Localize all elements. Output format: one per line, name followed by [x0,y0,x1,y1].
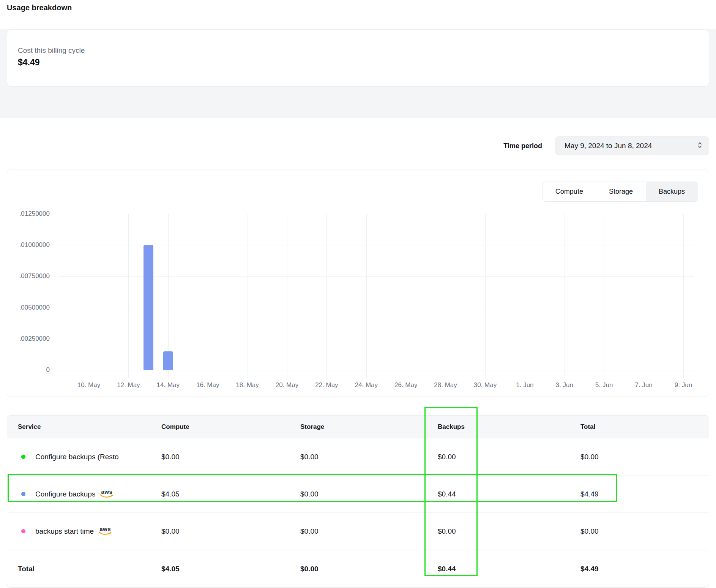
time-period-select[interactable]: May 9, 2024 to Jun 8, 2024 [555,136,709,155]
x-tick-label: 24. May [349,381,383,389]
cell-total: $0.00 [580,453,709,461]
time-period-value: May 9, 2024 to Jun 8, 2024 [565,142,652,150]
x-tick-label: 3. Jun [547,381,582,389]
aws-logo: aws [98,526,112,536]
v-gridline [446,214,446,378]
table-row: Configure backups (Resto $0.00 $0.00 $0.… [7,438,709,476]
x-tick-label: 28. May [429,381,463,389]
column-header-service: Service [7,423,161,431]
table-header-row: Service Compute Storage Backups Total [7,416,709,438]
service-name: Configure backups (Resto [35,453,119,461]
v-gridline [208,214,208,378]
cell-total: $4.49 [580,490,709,498]
y-tick-label: 0 [14,366,50,374]
x-tick-label: 14. May [151,381,185,389]
x-tick-label: 20. May [270,381,304,389]
y-tick-label: .00750000 [14,272,50,280]
cell-storage: $0.00 [300,527,438,536]
chart-tabs: Compute Storage Backups [542,182,698,202]
v-gridline [525,214,525,378]
page-title: Usage breakdown [0,0,716,13]
x-tick-label: 16. May [191,381,225,389]
cell-compute: $0.00 [161,453,300,461]
usage-chart-card: Compute Storage Backups 0.00250000.00500… [7,169,709,397]
cell-compute: $4.05 [161,490,300,498]
y-tick-label: .01250000 [14,210,50,218]
v-gridline [406,214,406,378]
x-tick-label: 5. Jun [587,381,621,389]
cost-value: $4.49 [18,56,698,68]
tab-backups[interactable]: Backups [646,182,698,201]
x-tick-label: 7. Jun [627,381,661,389]
y-tick-label: .00250000 [14,335,50,343]
v-gridline [128,214,129,378]
y-tick-label: .01000000 [14,241,50,249]
x-tick-label: 10. May [72,381,106,389]
series-dot-pink [21,529,25,533]
h-gridline [59,245,694,245]
service-name: backups start time [35,527,94,536]
total-storage: $0.00 [300,565,438,573]
v-gridline [565,214,565,378]
time-period-label: Time period [503,142,542,150]
billing-summary-band: Cost this billing cycle $4.49 [0,29,716,118]
table-total-row: Total $4.05 $0.00 $0.44 $4.49 [7,550,709,587]
column-header-storage: Storage [300,423,438,431]
column-header-compute: Compute [161,423,300,431]
h-gridline [59,370,694,370]
h-gridline [59,276,694,277]
x-tick-label: 12. May [111,381,145,389]
tab-storage[interactable]: Storage [596,182,646,201]
y-tick-label: .00500000 [14,304,50,311]
cell-backups: $0.44 [438,490,580,498]
v-gridline [326,214,327,378]
total-total: $4.49 [580,565,709,573]
v-gridline [604,214,604,378]
x-tick-label: 1. Jun [508,381,542,389]
v-gridline [485,214,486,378]
usage-table-card: Service Compute Storage Backups Total Co… [7,415,709,588]
cell-compute: $0.00 [161,527,300,536]
total-compute: $4.05 [161,565,300,573]
service-name: Configure backups [35,490,95,498]
h-gridline [59,308,694,308]
aws-logo: aws [100,489,114,498]
v-gridline [683,214,684,378]
total-label: Total [7,565,161,573]
tab-compute[interactable]: Compute [543,182,596,201]
x-tick-label: 9. Jun [666,381,700,389]
chart-bar[interactable] [163,351,173,370]
h-gridline [59,339,694,339]
table-row: backups start time aws $0.00 $0.00 $0.00… [7,513,709,550]
cell-storage: $0.00 [300,490,438,498]
chart-bar[interactable] [144,245,153,370]
v-gridline [89,214,89,378]
cell-backups: $0.00 [438,453,580,461]
table-row: Configure backups aws $4.05 $0.00 $0.44 … [7,476,709,513]
v-gridline [644,214,644,378]
x-tick-label: 26. May [389,381,423,389]
x-tick-label: 18. May [230,381,265,389]
total-backups: $0.44 [438,565,580,573]
x-tick-label: 30. May [468,381,502,389]
series-dot-blue [21,492,25,496]
usage-bar-chart: 0.00250000.00500000.00750000.01000000.01… [59,214,694,370]
v-gridline [248,214,248,378]
updown-chevron-icon [697,141,703,151]
cell-total: $0.00 [580,527,709,536]
h-gridline [59,214,694,214]
v-gridline [287,214,287,378]
time-period-row: Time period May 9, 2024 to Jun 8, 2024 [0,136,716,155]
column-header-backups: Backups [438,423,580,431]
cost-card: Cost this billing cycle $4.49 [7,29,709,87]
column-header-total: Total [580,423,709,431]
cell-backups: $0.00 [438,527,580,536]
x-tick-label: 22. May [309,381,344,389]
cell-storage: $0.00 [300,453,438,461]
v-gridline [366,214,367,378]
cost-label: Cost this billing cycle [18,46,698,55]
series-dot-green [21,455,25,459]
